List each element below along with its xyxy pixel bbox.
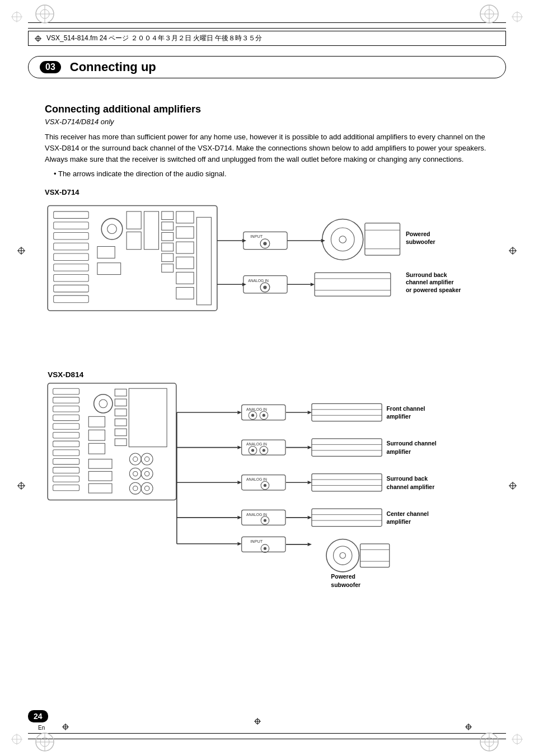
svg-text:Front channel: Front channel bbox=[386, 406, 425, 412]
svg-rect-173 bbox=[312, 404, 382, 421]
svg-point-63 bbox=[322, 219, 363, 260]
svg-rect-27 bbox=[48, 206, 217, 311]
svg-text:Powered: Powered bbox=[406, 231, 430, 237]
svg-rect-52 bbox=[176, 242, 194, 254]
svg-point-116 bbox=[133, 457, 138, 462]
svg-point-186 bbox=[334, 546, 352, 565]
svg-text:subwoofer: subwoofer bbox=[406, 240, 435, 246]
bottom-crosshair-icon bbox=[254, 717, 261, 725]
svg-rect-39 bbox=[97, 247, 115, 259]
svg-text:VSX-D814: VSX-D814 bbox=[48, 371, 83, 379]
svg-rect-92 bbox=[53, 415, 79, 421]
svg-marker-130 bbox=[237, 411, 241, 414]
svg-text:ANALOG IN: ANALOG IN bbox=[246, 407, 267, 411]
svg-marker-170 bbox=[308, 516, 312, 519]
svg-rect-176 bbox=[312, 439, 382, 456]
svg-text:ANALOG IN: ANALOG IN bbox=[246, 443, 267, 447]
svg-text:Surround back: Surround back bbox=[406, 272, 447, 278]
svg-text:amplifier: amplifier bbox=[386, 414, 410, 420]
svg-rect-35 bbox=[54, 285, 89, 293]
svg-rect-112 bbox=[115, 419, 127, 426]
svg-point-121 bbox=[141, 468, 153, 480]
svg-rect-182 bbox=[312, 509, 382, 527]
svg-point-60 bbox=[263, 242, 266, 246]
svg-rect-43 bbox=[144, 212, 158, 250]
svg-rect-56 bbox=[196, 218, 211, 306]
svg-rect-46 bbox=[162, 233, 174, 241]
crosshair-icon bbox=[34, 35, 42, 43]
bottom-border-inner bbox=[28, 739, 506, 739]
svg-rect-96 bbox=[53, 450, 79, 456]
svg-point-124 bbox=[133, 486, 138, 491]
right-crosshair-icon-2 bbox=[508, 481, 517, 490]
svg-text:Surround channel: Surround channel bbox=[386, 441, 436, 447]
svg-rect-91 bbox=[53, 406, 79, 412]
svg-text:amplifier: amplifier bbox=[386, 449, 410, 456]
section-title: Connecting additional amplifiers bbox=[45, 104, 500, 115]
svg-point-101 bbox=[94, 395, 113, 413]
svg-rect-94 bbox=[53, 433, 79, 438]
svg-point-154 bbox=[264, 484, 266, 487]
svg-rect-103 bbox=[88, 417, 105, 428]
svg-text:ANALOG IN: ANALOG IN bbox=[248, 279, 269, 283]
svg-point-38 bbox=[107, 224, 117, 234]
svg-marker-168 bbox=[308, 481, 312, 485]
corner-mark-tr bbox=[509, 8, 526, 25]
svg-rect-98 bbox=[53, 468, 79, 473]
svg-rect-36 bbox=[54, 296, 89, 303]
svg-rect-45 bbox=[162, 222, 174, 231]
page-number: 24 bbox=[28, 710, 48, 722]
svg-marker-138 bbox=[237, 542, 241, 546]
right-crosshair-icon bbox=[508, 246, 517, 255]
svg-rect-109 bbox=[115, 389, 127, 397]
svg-rect-104 bbox=[88, 430, 105, 441]
chapter-number: 03 bbox=[40, 61, 61, 73]
svg-rect-105 bbox=[88, 444, 105, 454]
svg-rect-106 bbox=[88, 459, 112, 469]
svg-rect-50 bbox=[176, 212, 194, 223]
svg-marker-78 bbox=[242, 283, 246, 287]
svg-rect-90 bbox=[53, 397, 79, 403]
svg-rect-111 bbox=[115, 409, 127, 416]
svg-rect-51 bbox=[176, 227, 194, 238]
svg-text:or powered speaker: or powered speaker bbox=[406, 287, 461, 293]
section-subtitle: VSX-D714/D814 only bbox=[45, 118, 500, 126]
svg-point-117 bbox=[141, 453, 153, 465]
svg-point-64 bbox=[331, 228, 354, 252]
bottom-right-crosshair-icon bbox=[465, 723, 472, 731]
svg-rect-48 bbox=[162, 253, 174, 262]
svg-text:Surround back: Surround back bbox=[386, 476, 428, 482]
svg-rect-28 bbox=[54, 212, 89, 219]
svg-rect-42 bbox=[127, 232, 141, 250]
svg-point-142 bbox=[251, 414, 254, 417]
svg-rect-29 bbox=[54, 222, 89, 229]
top-border-inner bbox=[28, 28, 506, 29]
svg-text:ANALOG IN: ANALOG IN bbox=[246, 513, 267, 516]
top-circle-right bbox=[478, 3, 500, 25]
svg-rect-54 bbox=[176, 273, 194, 284]
svg-marker-80 bbox=[311, 283, 315, 287]
svg-text:INPUT: INPUT bbox=[250, 234, 263, 239]
svg-text:Powered: Powered bbox=[331, 574, 355, 580]
corner-mark-bl bbox=[8, 731, 25, 748]
svg-text:subwoofer: subwoofer bbox=[331, 582, 360, 588]
svg-rect-97 bbox=[53, 459, 79, 464]
svg-point-185 bbox=[326, 539, 359, 572]
bottom-border-outer bbox=[28, 733, 506, 734]
svg-point-123 bbox=[129, 483, 141, 495]
svg-rect-179 bbox=[312, 474, 382, 491]
vsx714-label: VSX-D714 bbox=[45, 188, 500, 196]
svg-rect-66 bbox=[365, 223, 400, 255]
svg-point-120 bbox=[133, 472, 138, 476]
svg-point-37 bbox=[101, 219, 123, 240]
svg-rect-33 bbox=[54, 264, 89, 271]
svg-rect-81 bbox=[315, 273, 391, 297]
file-info-text: VSX_514-814.fm 24 ページ ２００４年３月２日 火曜日 午後８時… bbox=[46, 34, 262, 43]
svg-text:ANALOG IN: ANALOG IN bbox=[246, 478, 267, 482]
svg-rect-55 bbox=[176, 288, 194, 299]
svg-rect-47 bbox=[162, 243, 174, 252]
corner-mark-tl bbox=[8, 8, 25, 25]
svg-rect-40 bbox=[97, 263, 121, 275]
svg-marker-70 bbox=[321, 239, 325, 242]
main-content: Connecting additional amplifiers VSX-D71… bbox=[45, 87, 500, 580]
